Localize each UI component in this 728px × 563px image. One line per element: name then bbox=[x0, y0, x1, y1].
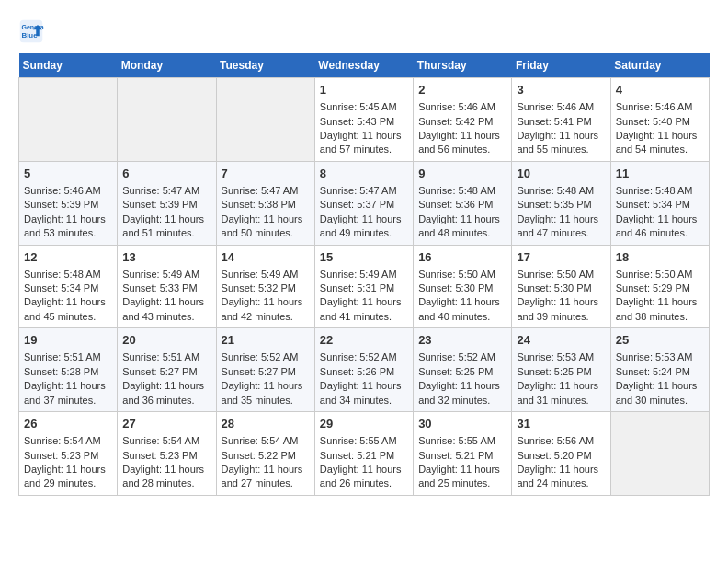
weekday-header-friday: Friday bbox=[512, 53, 610, 78]
day-info-line: Daylight: 11 hours and 31 minutes. bbox=[517, 379, 605, 408]
day-cell bbox=[610, 412, 709, 496]
day-info-line: Sunrise: 5:53 AM bbox=[517, 350, 605, 364]
day-info-line: Sunrise: 5:48 AM bbox=[24, 268, 112, 282]
week-row-4: 19Sunrise: 5:51 AMSunset: 5:28 PMDayligh… bbox=[19, 328, 710, 412]
day-info-line: Sunset: 5:34 PM bbox=[616, 198, 704, 212]
day-info-line: Sunset: 5:39 PM bbox=[122, 198, 210, 212]
day-info-line: Sunrise: 5:54 AM bbox=[122, 434, 210, 448]
day-cell: 7Sunrise: 5:47 AMSunset: 5:38 PMDaylight… bbox=[216, 161, 314, 245]
day-info-line: Sunrise: 5:48 AM bbox=[616, 184, 704, 198]
day-info-line: Daylight: 11 hours and 38 minutes. bbox=[616, 295, 704, 324]
day-info-line: Sunset: 5:28 PM bbox=[24, 365, 112, 379]
day-info-line: Sunrise: 5:55 AM bbox=[418, 434, 506, 448]
day-info-line: Sunset: 5:36 PM bbox=[418, 198, 506, 212]
day-number: 21 bbox=[222, 332, 310, 349]
day-cell bbox=[118, 78, 216, 162]
day-info-line: Sunset: 5:33 PM bbox=[122, 282, 210, 295]
day-cell: 1Sunrise: 5:45 AMSunset: 5:43 PMDaylight… bbox=[314, 78, 413, 162]
day-info-line: Daylight: 11 hours and 56 minutes. bbox=[418, 129, 506, 157]
day-number: 5 bbox=[24, 166, 112, 182]
day-info-line: Daylight: 11 hours and 55 minutes. bbox=[517, 129, 605, 157]
day-info-line: Sunset: 5:29 PM bbox=[616, 282, 704, 295]
day-number: 22 bbox=[320, 332, 408, 349]
day-number: 26 bbox=[24, 416, 112, 432]
day-number: 16 bbox=[418, 249, 506, 266]
day-cell: 10Sunrise: 5:48 AMSunset: 5:35 PMDayligh… bbox=[512, 161, 610, 245]
day-number: 13 bbox=[122, 249, 210, 266]
day-info-line: Daylight: 11 hours and 29 minutes. bbox=[24, 463, 112, 491]
day-info-line: Sunset: 5:27 PM bbox=[122, 365, 210, 379]
day-info-line: Sunset: 5:40 PM bbox=[616, 115, 704, 129]
day-number: 7 bbox=[222, 166, 310, 182]
day-info-line: Sunset: 5:27 PM bbox=[222, 365, 310, 379]
day-info-line: Daylight: 11 hours and 51 minutes. bbox=[122, 213, 210, 241]
day-info-line: Sunrise: 5:46 AM bbox=[418, 100, 506, 114]
day-info-line: Daylight: 11 hours and 34 minutes. bbox=[320, 379, 408, 408]
day-number: 25 bbox=[616, 332, 704, 349]
day-info-line: Sunrise: 5:56 AM bbox=[517, 434, 605, 448]
day-info-line: Daylight: 11 hours and 53 minutes. bbox=[24, 213, 112, 241]
day-cell: 22Sunrise: 5:52 AMSunset: 5:26 PMDayligh… bbox=[314, 328, 413, 412]
weekday-header-saturday: Saturday bbox=[610, 53, 709, 78]
day-info-line: Sunset: 5:35 PM bbox=[517, 198, 605, 212]
day-cell: 24Sunrise: 5:53 AMSunset: 5:25 PMDayligh… bbox=[512, 328, 610, 412]
week-row-3: 12Sunrise: 5:48 AMSunset: 5:34 PMDayligh… bbox=[19, 245, 710, 328]
day-number: 4 bbox=[616, 82, 704, 98]
day-info-line: Daylight: 11 hours and 35 minutes. bbox=[222, 379, 310, 408]
weekday-header-tuesday: Tuesday bbox=[216, 53, 314, 78]
day-number: 17 bbox=[517, 249, 605, 266]
day-cell: 8Sunrise: 5:47 AMSunset: 5:37 PMDaylight… bbox=[314, 161, 413, 245]
day-cell: 31Sunrise: 5:56 AMSunset: 5:20 PMDayligh… bbox=[512, 412, 610, 496]
day-info-line: Sunrise: 5:47 AM bbox=[320, 184, 408, 198]
day-info-line: Sunrise: 5:47 AM bbox=[122, 184, 210, 198]
day-info-line: Sunrise: 5:50 AM bbox=[517, 268, 605, 282]
day-number: 30 bbox=[418, 416, 506, 432]
weekday-header-monday: Monday bbox=[118, 53, 216, 78]
day-cell: 4Sunrise: 5:46 AMSunset: 5:40 PMDaylight… bbox=[610, 78, 709, 162]
day-info-line: Sunrise: 5:48 AM bbox=[517, 184, 605, 198]
day-cell: 12Sunrise: 5:48 AMSunset: 5:34 PMDayligh… bbox=[19, 245, 118, 328]
day-number: 20 bbox=[122, 332, 210, 349]
day-info-line: Daylight: 11 hours and 42 minutes. bbox=[222, 295, 310, 324]
day-info-line: Daylight: 11 hours and 39 minutes. bbox=[517, 295, 605, 324]
day-info-line: Sunset: 5:43 PM bbox=[320, 115, 408, 129]
day-info-line: Sunrise: 5:46 AM bbox=[24, 184, 112, 198]
day-cell: 17Sunrise: 5:50 AMSunset: 5:30 PMDayligh… bbox=[512, 245, 610, 328]
day-info-line: Sunrise: 5:47 AM bbox=[222, 184, 310, 198]
day-info-line: Sunset: 5:42 PM bbox=[418, 115, 506, 129]
day-info-line: Daylight: 11 hours and 48 minutes. bbox=[418, 213, 506, 241]
day-info-line: Daylight: 11 hours and 37 minutes. bbox=[24, 379, 112, 408]
day-info-line: Daylight: 11 hours and 50 minutes. bbox=[222, 213, 310, 241]
day-info-line: Daylight: 11 hours and 49 minutes. bbox=[320, 213, 408, 241]
day-info-line: Sunrise: 5:49 AM bbox=[122, 268, 210, 282]
day-cell bbox=[19, 78, 118, 162]
day-info-line: Sunrise: 5:46 AM bbox=[517, 100, 605, 114]
day-info-line: Sunrise: 5:51 AM bbox=[122, 350, 210, 364]
weekday-header-row: SundayMondayTuesdayWednesdayThursdayFrid… bbox=[19, 53, 710, 78]
day-info-line: Daylight: 11 hours and 46 minutes. bbox=[616, 213, 704, 241]
day-info-line: Sunrise: 5:52 AM bbox=[222, 350, 310, 364]
day-number: 28 bbox=[222, 416, 310, 432]
day-cell: 2Sunrise: 5:46 AMSunset: 5:42 PMDaylight… bbox=[414, 78, 512, 162]
day-info-line: Daylight: 11 hours and 27 minutes. bbox=[222, 463, 310, 491]
day-info-line: Sunset: 5:30 PM bbox=[517, 282, 605, 295]
day-info-line: Sunrise: 5:49 AM bbox=[222, 268, 310, 282]
logo: General Blue bbox=[18, 18, 48, 44]
day-number: 14 bbox=[222, 249, 310, 266]
day-number: 29 bbox=[320, 416, 408, 432]
week-row-2: 5Sunrise: 5:46 AMSunset: 5:39 PMDaylight… bbox=[19, 161, 710, 245]
day-cell: 20Sunrise: 5:51 AMSunset: 5:27 PMDayligh… bbox=[118, 328, 216, 412]
day-info-line: Daylight: 11 hours and 28 minutes. bbox=[122, 463, 210, 491]
day-number: 23 bbox=[418, 332, 506, 349]
day-number: 1 bbox=[320, 82, 408, 98]
day-info-line: Sunset: 5:21 PM bbox=[320, 449, 408, 463]
day-cell: 28Sunrise: 5:54 AMSunset: 5:22 PMDayligh… bbox=[216, 412, 314, 496]
day-cell: 6Sunrise: 5:47 AMSunset: 5:39 PMDaylight… bbox=[118, 161, 216, 245]
day-info-line: Sunset: 5:23 PM bbox=[122, 449, 210, 463]
day-info-line: Daylight: 11 hours and 41 minutes. bbox=[320, 295, 408, 324]
weekday-header-thursday: Thursday bbox=[414, 53, 512, 78]
day-info-line: Sunrise: 5:54 AM bbox=[24, 434, 112, 448]
day-info-line: Sunset: 5:38 PM bbox=[222, 198, 310, 212]
day-number: 24 bbox=[517, 332, 605, 349]
day-info-line: Sunset: 5:31 PM bbox=[320, 282, 408, 295]
